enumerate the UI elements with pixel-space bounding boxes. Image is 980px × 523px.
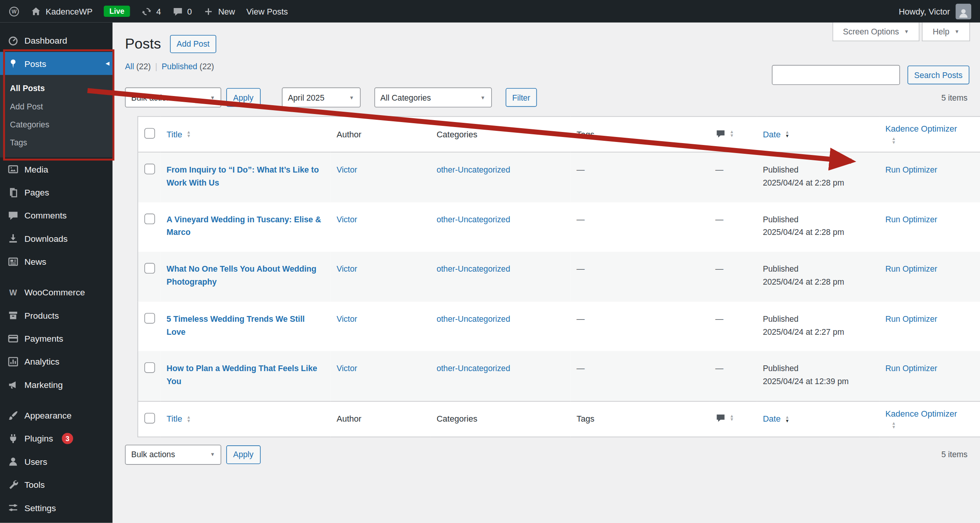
updates-link[interactable]: 4 — [141, 6, 161, 17]
comments-link[interactable]: 0 — [172, 6, 192, 17]
sort-by-title[interactable]: Title▲▼ — [167, 414, 191, 424]
sort-by-date[interactable]: Date▲▼ — [763, 130, 789, 139]
wordpress-menu[interactable]: W — [9, 6, 20, 17]
sidebar-item-woocommerce[interactable]: WWooCommerce — [0, 280, 113, 303]
sidebar-item-plugins[interactable]: Plugins3 — [0, 427, 113, 450]
run-optimizer-link[interactable]: Run Optimizer — [885, 314, 938, 323]
page-title: Posts — [125, 35, 161, 53]
category-link[interactable]: other-Uncategorized — [436, 165, 510, 174]
filter-button[interactable]: Filter — [505, 88, 537, 107]
sidebar-item-news[interactable]: News — [0, 250, 113, 273]
view-published-link[interactable]: Published (22) — [162, 62, 214, 71]
view-all-count: (22) — [136, 62, 151, 71]
title-header-label: Title — [167, 130, 182, 139]
howdy-account-link[interactable]: Howdy, Victor — [899, 7, 950, 16]
avatar[interactable] — [956, 3, 971, 19]
submenu-item-add-post[interactable]: Add Post — [0, 98, 113, 116]
category-filter-select[interactable]: All Categories ▼ — [374, 88, 492, 108]
table-footer: Title▲▼ Author Categories Tags ▲▼ Date▲▼… — [138, 401, 980, 437]
sidebar-item-posts[interactable]: Posts◀ — [0, 52, 113, 75]
dashboard-icon — [8, 35, 19, 46]
row-select-checkbox[interactable] — [144, 213, 155, 224]
author-link[interactable]: Victor — [336, 215, 357, 224]
author-link[interactable]: Victor — [336, 165, 357, 174]
category-link[interactable]: other-Uncategorized — [436, 264, 510, 274]
comments-empty-value: — — [715, 314, 724, 323]
updates-count: 4 — [156, 7, 161, 16]
comments-empty-value: — — [715, 364, 724, 373]
live-badge[interactable]: Live — [104, 6, 130, 17]
author-link[interactable]: Victor — [336, 314, 357, 323]
new-content-link[interactable]: New — [203, 6, 235, 17]
sidebar-item-products[interactable]: Products — [0, 303, 113, 326]
submenu-item-categories[interactable]: Categories — [0, 116, 113, 134]
bulk-actions-select[interactable]: Bulk actions ▼ — [125, 88, 221, 108]
screen-options-toggle[interactable]: Screen Options ▼ — [832, 23, 920, 41]
svg-text:W: W — [11, 8, 17, 15]
author-link[interactable]: Victor — [336, 264, 357, 274]
chevron-down-icon: ▼ — [210, 452, 215, 458]
comment-bubble-icon — [715, 129, 725, 138]
post-title-link[interactable]: A Vineyard Wedding in Tuscany: Elise & M… — [167, 215, 321, 237]
plus-icon — [203, 6, 214, 17]
sidebar-item-analytics[interactable]: Analytics — [0, 350, 113, 373]
sidebar-item-downloads[interactable]: Downloads — [0, 227, 113, 250]
payments-icon — [8, 332, 19, 344]
comment-bubble-icon — [172, 6, 183, 17]
run-optimizer-link[interactable]: Run Optimizer — [885, 264, 938, 274]
search-posts-button[interactable]: Search Posts — [907, 65, 969, 84]
row-select-checkbox[interactable] — [144, 363, 155, 373]
submenu-item-all-posts[interactable]: All Posts — [0, 79, 113, 97]
sort-by-date[interactable]: Date▲▼ — [763, 414, 789, 424]
post-title-link[interactable]: From Inquiry to “I Do”: What It’s Like t… — [167, 165, 319, 187]
category-link[interactable]: other-Uncategorized — [436, 314, 510, 323]
sidebar-item-payments[interactable]: Payments — [0, 327, 113, 350]
users-icon — [8, 456, 19, 467]
view-posts-link[interactable]: View Posts — [246, 7, 288, 16]
author-link[interactable]: Victor — [336, 364, 357, 373]
sidebar-item-marketing[interactable]: Marketing — [0, 373, 113, 396]
category-link[interactable]: other-Uncategorized — [436, 364, 510, 373]
sort-by-comments[interactable]: ▲▼ — [715, 129, 734, 138]
sidebar-item-pages[interactable]: Pages — [0, 181, 113, 204]
row-select-checkbox[interactable] — [144, 263, 155, 274]
bulk-actions-select-bottom[interactable]: Bulk actions ▼ — [125, 445, 221, 464]
sidebar-item-tools[interactable]: Tools — [0, 473, 113, 496]
run-optimizer-link[interactable]: Run Optimizer — [885, 165, 938, 174]
sort-by-kadence-optimizer[interactable]: Kadence Optimizer▲▼ — [885, 124, 974, 144]
run-optimizer-link[interactable]: Run Optimizer — [885, 215, 938, 224]
comments-count: 0 — [187, 7, 192, 16]
woocommerce-icon: W — [8, 287, 19, 298]
view-all-link[interactable]: All (22) — [125, 62, 151, 71]
run-optimizer-link[interactable]: Run Optimizer — [885, 364, 938, 373]
post-title-link[interactable]: How to Plan a Wedding That Feels Like Yo… — [167, 364, 317, 386]
row-select-checkbox[interactable] — [144, 164, 155, 174]
help-toggle[interactable]: Help ▼ — [922, 23, 970, 41]
sort-by-title[interactable]: Title▲▼ — [167, 130, 191, 139]
user-icon — [957, 7, 969, 19]
search-input[interactable] — [772, 65, 900, 85]
site-name-link[interactable]: KadenceWP — [31, 6, 93, 17]
sidebar-item-dashboard[interactable]: Dashboard — [0, 29, 113, 52]
sidebar-item-appearance[interactable]: Appearance — [0, 404, 113, 427]
add-post-button[interactable]: Add Post — [170, 35, 216, 53]
category-link[interactable]: other-Uncategorized — [436, 215, 510, 224]
sidebar-item-comments[interactable]: Comments — [0, 204, 113, 226]
select-all-checkbox[interactable] — [144, 128, 155, 139]
select-all-checkbox[interactable] — [144, 413, 155, 424]
sidebar-item-users[interactable]: Users — [0, 450, 113, 473]
post-status: Published — [763, 164, 873, 177]
submenu-item-tags[interactable]: Tags — [0, 134, 113, 152]
row-select-checkbox[interactable] — [144, 313, 155, 324]
apply-button[interactable]: Apply — [226, 88, 260, 107]
sort-arrows-icon: ▲▼ — [785, 130, 789, 138]
date-filter-select[interactable]: April 2025 ▼ — [282, 88, 361, 108]
sidebar-item-label: Plugins — [24, 433, 53, 443]
post-title-link[interactable]: 5 Timeless Wedding Trends We Still Love — [167, 314, 305, 336]
sort-by-kadence-optimizer[interactable]: Kadence Optimizer▲▼ — [885, 409, 974, 429]
sidebar-item-media[interactable]: Media — [0, 157, 113, 180]
sort-by-comments[interactable]: ▲▼ — [715, 413, 734, 423]
apply-button-bottom[interactable]: Apply — [226, 445, 260, 464]
post-title-link[interactable]: What No One Tells You About Wedding Phot… — [167, 264, 316, 287]
sidebar-item-settings[interactable]: Settings — [0, 496, 113, 519]
